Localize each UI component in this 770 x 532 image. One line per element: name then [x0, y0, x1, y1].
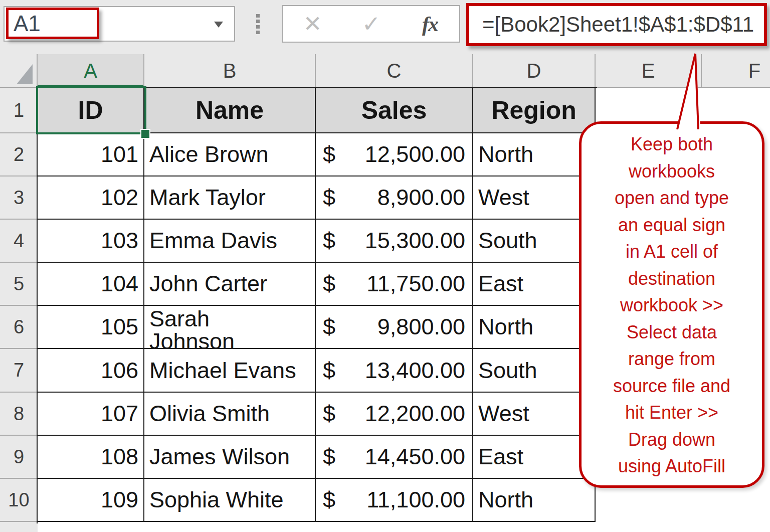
- insert-function-icon[interactable]: fx: [401, 14, 459, 35]
- cell-A5[interactable]: 104: [38, 263, 144, 306]
- formula-input[interactable]: =[Book2]Sheet1!$A$1:$D$11: [469, 13, 754, 37]
- spreadsheet-screen: A1 ✕ ✓ fx =[Book2]Sheet1!$A$1:$D$11 ABCD…: [0, 0, 770, 532]
- cell-A9[interactable]: 108: [38, 436, 144, 479]
- cell-B1[interactable]: Name: [144, 88, 316, 133]
- currency-symbol: $: [323, 228, 335, 254]
- cell-A7[interactable]: 106: [38, 349, 144, 393]
- row-header-label: 3: [14, 187, 24, 209]
- currency-symbol: $: [323, 358, 335, 384]
- cell-A2[interactable]: 101: [38, 133, 144, 176]
- cell-C7[interactable]: $13,400.00: [316, 349, 473, 393]
- cell-A3[interactable]: 102: [38, 176, 144, 220]
- cell-D6[interactable]: North: [473, 306, 596, 349]
- sales-amount: 11,100.00: [366, 487, 465, 513]
- cell-B10[interactable]: Sophia White: [144, 479, 316, 522]
- cell-C4[interactable]: $15,300.00: [316, 220, 473, 263]
- row-header-8[interactable]: 8: [0, 393, 38, 436]
- row-header-4[interactable]: 4: [0, 220, 38, 263]
- column-header-label: F: [748, 60, 760, 82]
- autofill-handle[interactable]: [140, 129, 150, 139]
- row-header-3[interactable]: 3: [0, 176, 38, 220]
- cell-B3[interactable]: Mark Taylor: [144, 176, 316, 220]
- column-header-F[interactable]: F: [702, 54, 770, 87]
- row-header-column: 12345678910: [0, 88, 38, 532]
- column-header-label: D: [527, 60, 541, 82]
- currency-symbol: $: [323, 314, 335, 340]
- cell-D3[interactable]: West: [473, 176, 596, 220]
- cell-D10[interactable]: North: [473, 479, 596, 522]
- cancel-icon[interactable]: ✕: [283, 13, 342, 35]
- currency-symbol: $: [323, 141, 335, 167]
- cell-C5[interactable]: $11,750.00: [316, 263, 473, 306]
- cell-A6[interactable]: 105: [38, 306, 144, 349]
- column-header-B[interactable]: B: [144, 54, 316, 87]
- row-header-label: 5: [14, 273, 24, 295]
- formula-buttons: ✕ ✓ fx: [282, 5, 460, 43]
- sales-amount: 9,800.00: [377, 314, 465, 340]
- column-header-C[interactable]: C: [316, 54, 473, 87]
- cell-A10[interactable]: 109: [38, 479, 144, 522]
- column-header-band: ABCDEF: [0, 54, 770, 88]
- row-header-label: 9: [14, 446, 24, 468]
- cell-B6[interactable]: Sarah Johnson: [144, 306, 316, 349]
- sales-amount: 15,300.00: [365, 228, 465, 254]
- cell-B9[interactable]: James Wilson: [144, 436, 316, 479]
- name-box[interactable]: A1: [4, 6, 235, 42]
- row-header-label: 4: [14, 230, 24, 252]
- cell-A4[interactable]: 103: [38, 220, 144, 263]
- select-all-triangle-icon: [17, 64, 33, 84]
- cell-C3[interactable]: $8,900.00: [316, 176, 473, 220]
- cell-B5[interactable]: John Carter: [144, 263, 316, 306]
- cell-C8[interactable]: $12,200.00: [316, 393, 473, 436]
- cell-D1[interactable]: Region: [473, 88, 596, 133]
- cell-D8[interactable]: West: [473, 393, 596, 436]
- name-box-highlight: A1: [6, 8, 99, 39]
- column-header-label: C: [387, 60, 402, 82]
- cell-D5[interactable]: East: [473, 263, 596, 306]
- cell-A1[interactable]: ID: [38, 88, 144, 133]
- currency-symbol: $: [323, 185, 335, 211]
- sales-amount: 11,750.00: [366, 271, 465, 297]
- sales-amount: 8,900.00: [377, 185, 465, 211]
- row-header-2[interactable]: 2: [0, 133, 38, 176]
- cell-C1[interactable]: Sales: [316, 88, 473, 133]
- cell-D9[interactable]: East: [473, 436, 596, 479]
- enter-icon[interactable]: ✓: [342, 13, 401, 35]
- sales-amount: 12,200.00: [365, 401, 465, 427]
- row-header-10[interactable]: 10: [0, 479, 38, 522]
- cell-B2[interactable]: Alice Brown: [144, 133, 316, 176]
- sales-amount: 12,500.00: [365, 141, 465, 167]
- row-header-7[interactable]: 7: [0, 349, 38, 393]
- currency-symbol: $: [323, 487, 335, 513]
- row-header-label: 2: [14, 144, 24, 165]
- column-header-label: A: [84, 60, 97, 82]
- select-all-button[interactable]: [0, 54, 38, 87]
- cell-B7[interactable]: Michael Evans: [144, 349, 316, 393]
- cell-C10[interactable]: $11,100.00: [316, 479, 473, 522]
- cell-B4[interactable]: Emma Davis: [144, 220, 316, 263]
- cell-D4[interactable]: South: [473, 220, 596, 263]
- callout-text: Keep both workbooks open and type an equ…: [582, 124, 762, 480]
- row-header-9[interactable]: 9: [0, 436, 38, 479]
- formula-bar-highlight: =[Book2]Sheet1!$A$1:$D$11: [466, 3, 767, 46]
- cell-D2[interactable]: North: [473, 133, 596, 176]
- row-header-1[interactable]: 1: [0, 88, 38, 133]
- row-header-5[interactable]: 5: [0, 263, 38, 306]
- column-header-A[interactable]: A: [38, 54, 144, 87]
- sales-amount: 13,400.00: [365, 358, 465, 384]
- cell-A8[interactable]: 107: [38, 393, 144, 436]
- cell-C9[interactable]: $14,450.00: [316, 436, 473, 479]
- cell-B8[interactable]: Olivia Smith: [144, 393, 316, 436]
- sales-amount: 14,450.00: [365, 444, 465, 470]
- row-header-label: 8: [14, 403, 24, 425]
- currency-symbol: $: [323, 444, 335, 470]
- name-box-dropdown-icon[interactable]: [214, 22, 223, 28]
- row-header-label: 1: [14, 100, 24, 121]
- column-header-D[interactable]: D: [473, 54, 596, 87]
- cell-C2[interactable]: $12,500.00: [316, 133, 473, 176]
- cell-D7[interactable]: South: [473, 349, 596, 393]
- currency-symbol: $: [323, 271, 335, 297]
- row-header-6[interactable]: 6: [0, 306, 38, 349]
- row-header-label: 10: [8, 489, 29, 511]
- cell-C6[interactable]: $9,800.00: [316, 306, 473, 349]
